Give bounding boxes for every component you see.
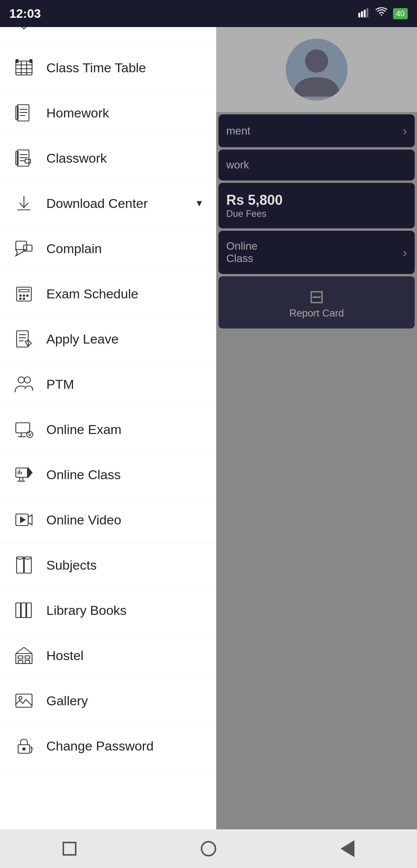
sidebar-item-class-timetable[interactable]: Class Time Table (0, 45, 216, 90)
sidebar-item-subjects[interactable]: Subjects (0, 543, 216, 588)
svg-line-66 (24, 647, 32, 654)
nav-back-button[interactable] (334, 835, 361, 862)
sidebar-item-online-exam[interactable]: Online Exam (0, 407, 216, 452)
timetable-label: Class Time Table (46, 60, 204, 75)
online-class-label: Online Class (46, 467, 204, 482)
classwork-label: Classwork (46, 151, 204, 166)
profile-area (216, 27, 417, 112)
sidebar-item-complain[interactable]: Complain (0, 226, 216, 271)
svg-point-30 (20, 295, 21, 296)
card-label-2: work (226, 159, 249, 171)
fees-label: Due Fees (226, 208, 407, 219)
online-exam-icon (12, 418, 36, 441)
card-arrow-1: › (403, 124, 407, 138)
nav-home-button[interactable] (195, 835, 222, 862)
sidebar-item-apply-leave[interactable]: Apply Leave (0, 317, 216, 362)
fees-amount: Rs 5,800 (226, 192, 407, 208)
download-center-label: Download Center (46, 196, 195, 211)
svg-rect-61 (18, 656, 23, 659)
svg-point-31 (23, 295, 25, 296)
back-icon (341, 840, 354, 857)
svg-rect-41 (16, 423, 30, 433)
svg-point-32 (27, 295, 28, 296)
svg-rect-64 (25, 660, 30, 664)
sidebar-item-online-video[interactable]: Online Video (0, 497, 216, 543)
report-card-card[interactable]: ⊟ Report Card (219, 276, 415, 328)
password-icon (12, 734, 36, 757)
sidebar-item-change-password[interactable]: Change Password (0, 723, 216, 769)
navigation-bar (0, 829, 417, 868)
leave-icon (12, 327, 36, 351)
homework-label: Homework (46, 106, 204, 121)
status-time: 12:03 (9, 7, 41, 21)
online-class-label: OnlineClass (226, 240, 258, 265)
complain-icon (12, 237, 36, 260)
online-video-label: Online Video (46, 512, 204, 528)
main-content: 0 ment › work Rs 5,800 Due Fees Onl (216, 0, 417, 868)
gallery-label: Gallery (46, 693, 204, 708)
svg-rect-1 (361, 11, 363, 17)
circle-icon (201, 841, 216, 856)
sidebar-item-online-class[interactable]: Online Class (0, 452, 216, 497)
report-card-label: Report Card (289, 307, 344, 319)
nav-square-button[interactable] (56, 835, 83, 862)
video-icon (12, 508, 36, 531)
svg-rect-0 (358, 13, 360, 17)
sidebar-item-exam-schedule[interactable]: Exam Schedule (0, 271, 216, 317)
battery-icon: 40 (393, 8, 408, 19)
exam-schedule-label: Exam Schedule (46, 286, 204, 301)
exam-icon (12, 282, 36, 305)
sidebar-item-ptm[interactable]: PTM (0, 362, 216, 407)
sidebar-item-library-books[interactable]: Library Books (0, 588, 216, 633)
subjects-icon (12, 553, 36, 577)
sidebar-item-hostel[interactable]: Hostel (0, 633, 216, 678)
complain-label: Complain (46, 241, 204, 256)
svg-point-70 (23, 748, 25, 750)
svg-rect-29 (19, 289, 29, 292)
subjects-label: Subjects (46, 558, 204, 573)
classwork-icon (12, 146, 36, 170)
svg-point-4 (305, 49, 328, 73)
svg-point-39 (18, 377, 24, 383)
dashboard-card-1[interactable]: ment › (219, 114, 415, 147)
sidebar-item-download-center[interactable]: Download Center ▼ (0, 181, 216, 226)
svg-point-40 (24, 377, 31, 383)
fees-card[interactable]: Rs 5,800 Due Fees (219, 183, 415, 228)
status-bar: 12:03 40 (0, 0, 417, 27)
svg-rect-35 (17, 331, 28, 347)
download-center-arrow: ▼ (195, 198, 204, 209)
svg-point-68 (19, 696, 22, 700)
dashboard-card-2[interactable]: work (219, 150, 415, 180)
online-class-icon (12, 463, 36, 486)
apply-leave-label: Apply Leave (46, 332, 204, 347)
online-class-card[interactable]: OnlineClass › (219, 231, 415, 274)
svg-rect-12 (16, 60, 18, 63)
report-card-icon: ⊟ (309, 286, 324, 307)
svg-line-65 (16, 647, 24, 654)
sidebar-item-gallery[interactable]: Gallery (0, 678, 216, 723)
download-icon (12, 192, 36, 215)
svg-rect-67 (16, 694, 32, 707)
svg-point-34 (23, 298, 25, 300)
svg-rect-57 (27, 603, 31, 618)
wifi-icon (375, 7, 388, 20)
online-class-arrow: › (403, 245, 407, 260)
homework-icon (12, 101, 36, 124)
square-icon (63, 842, 76, 856)
online-exam-label: Online Exam (46, 422, 204, 437)
svg-rect-2 (364, 10, 366, 17)
svg-rect-3 (366, 8, 368, 17)
svg-rect-55 (16, 603, 20, 618)
hostel-label: Hostel (46, 648, 204, 663)
svg-rect-62 (25, 656, 30, 659)
sidebar-item-classwork[interactable]: Classwork (0, 136, 216, 181)
signal-icon (358, 7, 370, 20)
svg-rect-24 (25, 159, 31, 163)
navigation-drawer: Fees Class Time Table (0, 0, 216, 868)
timetable-icon (12, 56, 36, 79)
library-label: Library Books (46, 603, 204, 618)
avatar (286, 39, 348, 100)
library-icon (12, 599, 36, 622)
change-password-label: Change Password (46, 739, 204, 754)
sidebar-item-homework[interactable]: Homework (0, 90, 216, 136)
